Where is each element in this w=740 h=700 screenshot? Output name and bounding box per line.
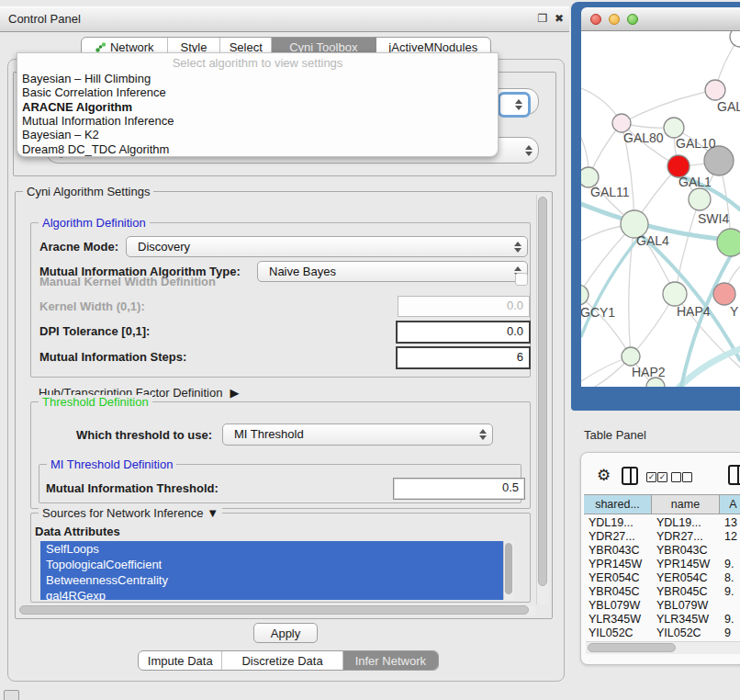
close-traffic-light-icon[interactable]	[590, 14, 601, 25]
settings-vertical-scrollbar[interactable]	[536, 195, 549, 604]
network-icon	[95, 41, 107, 53]
dpi-tolerance-field[interactable]: 0.0	[396, 321, 531, 344]
scrollbar-thumb[interactable]	[588, 643, 676, 652]
settings-horizontal-scrollbar[interactable]	[18, 604, 537, 616]
data-attributes-list[interactable]: SelfLoopsTopologicalCoefficientBetweenne…	[40, 541, 514, 600]
attribute-item-gal4rgexp[interactable]: gal4RGexp	[40, 588, 514, 600]
aracne-mode-combobox[interactable]: Discovery	[126, 236, 528, 257]
network-node-hap4[interactable]	[663, 282, 687, 306]
attribute-item-topologicalcoefficient[interactable]: TopologicalCoefficient	[40, 557, 514, 572]
table-cell[interactable]: YER054C	[589, 570, 653, 584]
algorithm-option-bayesian-hill-climbing[interactable]: Bayesian – Hill Climbing	[22, 72, 151, 85]
table-cell[interactable]: 9.	[724, 557, 740, 570]
tab-impute-data[interactable]: Impute Data	[139, 651, 222, 670]
table-cell[interactable]: 12	[724, 529, 740, 543]
sources-title[interactable]: Sources for Network Inference ▼	[39, 506, 222, 520]
table-cell[interactable]: YBR043C	[656, 543, 721, 557]
network-node-gal[interactable]	[705, 80, 725, 100]
collapsed-panel-icon[interactable]	[4, 690, 19, 700]
table-cell[interactable]: YLR345W	[589, 612, 653, 626]
settings-group-title: Cyni Algorithm Settings	[23, 185, 153, 198]
kernel-width-label: Kernel Width (0,1):	[39, 299, 145, 313]
split-columns-icon[interactable]	[622, 467, 638, 485]
scrollbar-thumb[interactable]	[538, 197, 547, 586]
column-header-a[interactable]: A	[720, 494, 740, 514]
scrollbar-thumb[interactable]	[19, 605, 529, 615]
apply-button[interactable]: Apply	[253, 623, 318, 643]
network-canvas[interactable]: GALGAL80GAL10GAL1GAL11SWI4GAL4GCY1HAP4YH…	[581, 31, 740, 387]
node-label-gal: GAL	[717, 99, 740, 114]
tab-infer-network[interactable]: Infer Network	[343, 651, 438, 670]
table-cell[interactable]: YPR145W	[656, 557, 721, 570]
algorithm-option-mutual-information-inference[interactable]: Mutual Information Inference	[22, 114, 174, 128]
column-header-name[interactable]: name	[652, 494, 720, 514]
tab-discretize-data[interactable]: Discretize Data	[222, 651, 342, 670]
mi-threshold-field-label: Mutual Information Threshold:	[46, 481, 219, 495]
table-cell[interactable]: YIL052C	[656, 626, 721, 639]
table-cell[interactable]	[724, 598, 740, 612]
network-window-titlebar[interactable]	[581, 7, 740, 31]
zoom-traffic-light-icon[interactable]	[627, 14, 638, 25]
node-label-gal11: GAL11	[590, 185, 630, 199]
mi-steps-field[interactable]: 6	[396, 346, 531, 369]
attributes-list-scrollbar[interactable]	[503, 541, 514, 600]
table-cell[interactable]: YPR145W	[589, 557, 653, 570]
minimize-traffic-light-icon[interactable]	[609, 14, 620, 25]
table-cell[interactable]: YIL052C	[589, 626, 653, 639]
table-cell[interactable]: YBL079W	[589, 598, 653, 612]
gear-icon[interactable]: ⚙	[597, 466, 611, 485]
which-threshold-value: MI Threshold	[234, 427, 304, 441]
attribute-item-selfloops[interactable]: SelfLoops	[40, 541, 514, 557]
network-node[interactable]	[730, 31, 740, 47]
scrollbar-thumb[interactable]	[505, 543, 512, 594]
network-edge[interactable]	[622, 90, 715, 123]
network-node-gal10[interactable]	[664, 118, 684, 138]
column-header-shared[interactable]: shared...	[584, 494, 652, 514]
float-window-icon[interactable]: ❐	[535, 11, 550, 26]
table-cell[interactable]: YBR043C	[589, 543, 653, 557]
table-cell[interactable]: 13	[724, 515, 740, 529]
table-cell[interactable]: 9	[724, 626, 740, 639]
network-node-swi4[interactable]	[689, 188, 711, 210]
mi-type-combobox[interactable]: Naive Bayes	[257, 261, 528, 282]
table-cell[interactable]: YBR045C	[589, 584, 653, 598]
which-threshold-label: Which threshold to use:	[76, 428, 212, 442]
algorithm-option-aracne-algorithm[interactable]: ARACNE Algorithm	[22, 100, 132, 114]
aracne-mode-value: Discovery	[138, 240, 190, 254]
tab-label: Impute Data	[148, 654, 213, 668]
table-cell[interactable]: YDL19...	[589, 515, 653, 529]
algorithm-option-bayesian-k2[interactable]: Bayesian – K2	[22, 128, 99, 141]
checked-checkbox-icon[interactable]: ✓	[657, 472, 667, 482]
kernel-width-field[interactable]: 0.0	[398, 296, 530, 317]
checked-checkbox-icon[interactable]: ✓	[646, 472, 656, 482]
mi-threshold-field[interactable]: 0.5	[393, 478, 525, 500]
table-cell[interactable]: YER054C	[656, 570, 721, 584]
table-cell[interactable]	[724, 543, 740, 557]
which-threshold-combobox[interactable]: MI Threshold	[222, 423, 493, 446]
attribute-item-betweennesscentrality[interactable]: BetweennessCentrality	[40, 572, 514, 588]
close-window-icon[interactable]: ✖	[552, 11, 566, 26]
document-icon[interactable]	[728, 465, 740, 485]
table-cell[interactable]: YBR045C	[656, 584, 721, 598]
algorithm-option-dream8-dc-tdc-algorithm[interactable]: Dream8 DC_TDC Algorithm	[22, 142, 169, 156]
network-node-gal80[interactable]	[612, 114, 631, 132]
algorithm-option-basic-correlation-inference[interactable]: Basic Correlation Inference	[22, 85, 166, 99]
table-cell[interactable]: 9.	[724, 584, 740, 598]
network-node-y[interactable]	[713, 283, 735, 305]
network-node-hap2[interactable]	[622, 347, 640, 366]
table-cell[interactable]: YDR27...	[656, 529, 721, 543]
unchecked-checkbox-icon[interactable]	[671, 472, 681, 482]
table-cell[interactable]: 9.	[724, 612, 740, 626]
table-cell[interactable]: 8.	[724, 570, 740, 584]
table-cell[interactable]: YLR345W	[656, 612, 721, 626]
network-node[interactable]	[717, 229, 740, 256]
table-cell[interactable]: YBL079W	[656, 598, 721, 612]
node-label-gal10: GAL10	[676, 136, 716, 151]
unchecked-checkbox-icon[interactable]	[682, 472, 692, 482]
table-horizontal-scrollbar[interactable]	[586, 641, 740, 654]
combobox-focus-spinner[interactable]	[498, 92, 531, 118]
spinner-arrows-icon	[513, 98, 523, 111]
manual-kernel-checkbox[interactable]	[515, 273, 528, 286]
table-cell[interactable]: YDR27...	[589, 529, 653, 543]
table-cell[interactable]: YDL19...	[656, 515, 721, 529]
